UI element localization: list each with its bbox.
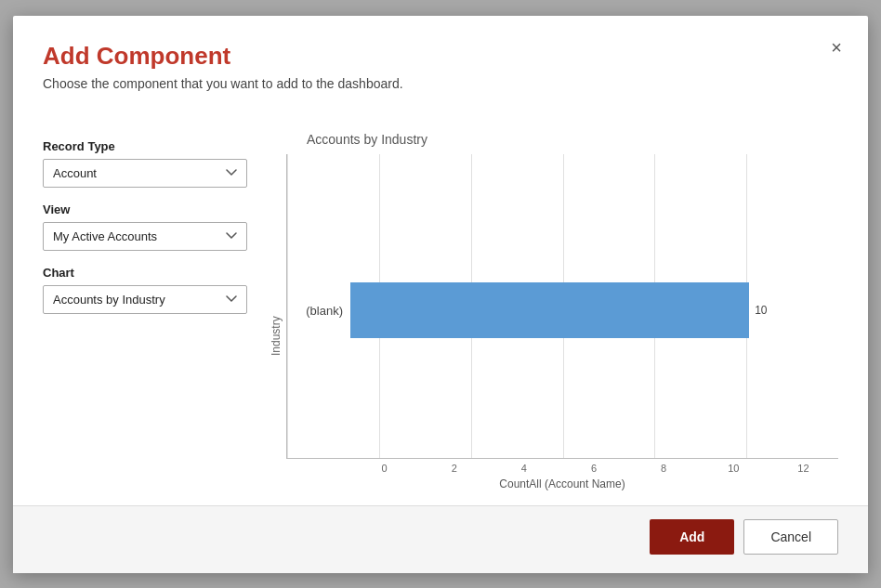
x-tick-8: 8 (629, 463, 699, 474)
chart-field-group: Chart Accounts by Industry Accounts by T… (43, 266, 247, 314)
x-tick-0: 0 (349, 463, 419, 474)
view-field-group: View My Active Accounts All Accounts Rec… (43, 203, 247, 251)
y-axis-label: Industry (270, 154, 283, 490)
x-tick-6: 6 (559, 463, 628, 474)
record-type-label: Record Type (43, 139, 247, 153)
modal-subtitle: Choose the component that you want to ad… (43, 76, 838, 91)
chart-select[interactable]: Accounts by Industry Accounts by Type Ac… (43, 285, 247, 314)
bar-label-blank: (blank) (287, 304, 343, 318)
close-button[interactable]: × (831, 38, 842, 57)
chart-inner: (blank) 10 0 2 4 6 (286, 154, 838, 490)
view-select[interactable]: My Active Accounts All Accounts Recently… (43, 222, 247, 251)
bar-value-blank: 10 (755, 304, 767, 317)
bar-blank (350, 282, 749, 338)
record-type-select[interactable]: Account Contact Opportunity Lead (43, 159, 247, 188)
modal-overlay: Add Component Choose the component that … (0, 0, 881, 588)
x-axis-label: CountAll (Account Name) (286, 477, 838, 490)
x-tick-2: 2 (419, 463, 489, 474)
chart-plot: (blank) 10 (286, 154, 838, 459)
x-tick-4: 4 (489, 463, 559, 474)
add-component-modal: Add Component Choose the component that … (13, 16, 868, 573)
left-panel: Record Type Account Contact Opportunity … (43, 124, 247, 490)
chart-title: Accounts by Industry (307, 132, 838, 147)
modal-title: Add Component (43, 42, 838, 71)
add-button[interactable]: Add (650, 519, 734, 555)
x-tick-10: 10 (699, 463, 769, 474)
chart-panel: Accounts by Industry Industry (270, 124, 838, 490)
modal-body: Record Type Account Contact Opportunity … (13, 106, 868, 505)
x-tick-12: 12 (769, 463, 838, 474)
modal-header: Add Component Choose the component that … (13, 16, 868, 106)
cancel-button[interactable]: Cancel (743, 519, 838, 555)
modal-footer: Add Cancel (13, 505, 868, 573)
view-label: View (43, 203, 247, 216)
bar-row: (blank) 10 (287, 282, 829, 338)
record-type-field-group: Record Type Account Contact Opportunity … (43, 139, 247, 188)
chart-label: Chart (43, 266, 247, 280)
bar-container: 10 (350, 282, 829, 338)
x-axis-ticks: 0 2 4 6 8 10 12 (286, 459, 838, 474)
chart-area: Industry (270, 154, 838, 490)
